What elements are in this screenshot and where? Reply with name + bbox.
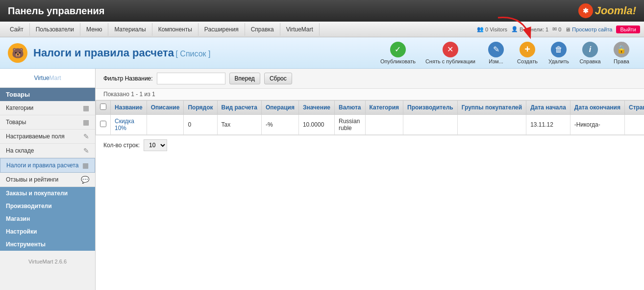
page-icon: 🐻 [8, 43, 27, 63]
content-info: Показано 1 - 1 из 1 [96, 89, 644, 100]
publish-icon: ✓ [390, 42, 406, 57]
col-order: Порядок [184, 101, 217, 115]
row-order: 0 [184, 115, 217, 135]
page-subtitle: [ Список ] [175, 50, 210, 58]
panel-icon: 👤 [511, 26, 518, 32]
rows-label: Кол-во строк: [103, 142, 140, 149]
unpublish-icon: ✕ [443, 42, 458, 57]
create-button[interactable]: + Создать [513, 40, 542, 66]
row-buyer-groups [457, 115, 526, 135]
col-value: Значение [298, 101, 334, 115]
help-icon: i [582, 42, 598, 57]
joomla-logo-icon: ✱ [578, 3, 593, 18]
row-select-checkbox[interactable] [100, 121, 106, 127]
sidebar-section-products: Товары [0, 88, 95, 101]
lock-icon: 🔒 [614, 42, 629, 57]
app-title: Панель управления [8, 5, 104, 17]
sidebar-group-orders[interactable]: Заказы и покупатели [0, 187, 95, 200]
row-date-end: -Никогда- [570, 115, 624, 135]
filter-bar: Фильтр Название: Вперед Сброс [96, 69, 644, 89]
page-header: 🐻 Налоги и правила расчета [ Список ] ✓ … [0, 37, 644, 69]
products-icon: ▦ [83, 118, 89, 126]
sidebar-item-products[interactable]: Товары ▦ [0, 115, 95, 130]
delete-icon: 🗑 [551, 42, 567, 57]
filter-forward-button[interactable]: Вперед [229, 73, 260, 84]
col-currency: Валюта [335, 101, 365, 115]
messages-icon: ✉ [552, 26, 557, 32]
joomla-logo: ✱ Joomla! [578, 3, 636, 18]
nav-item-materials[interactable]: Материалы [108, 23, 152, 36]
messages-count: ✉ 0 [552, 26, 561, 32]
select-all-checkbox[interactable] [100, 104, 106, 110]
content-area: Фильтр Название: Вперед Сброс Показано 1… [96, 69, 644, 290]
rows-per-page-select[interactable]: 10 20 50 [144, 139, 167, 151]
help-button[interactable]: i Справка [575, 40, 605, 66]
edit-button[interactable]: ✎ Изм... [481, 40, 511, 66]
sidebar-group-tools[interactable]: Инструменты [0, 238, 95, 251]
joomla-text: Joomla! [595, 4, 636, 17]
sidebar-group-manufacturers[interactable]: Производители [0, 200, 95, 212]
filter-reset-button[interactable]: Сброс [264, 73, 292, 84]
toolbar: ✓ Опубликовать ✕ Снять с публикации ✎ Из… [376, 40, 636, 66]
sidebar-item-stock[interactable]: На складе ✎ [0, 144, 95, 158]
row-name: Скидка 10% [111, 115, 147, 135]
nav-item-users[interactable]: Пользователи [30, 23, 80, 36]
sidebar-group-shop[interactable]: Магазин [0, 212, 95, 225]
logo-mart: Mart [50, 75, 61, 81]
row-value: 10.0000 [298, 115, 334, 135]
col-date-end: Дата окончания [570, 101, 624, 115]
taxes-icon: ▦ [82, 161, 89, 169]
visitors-icon: 👥 [477, 26, 484, 32]
sidebar-group-settings[interactable]: Настройки [0, 225, 95, 238]
nav-item-help[interactable]: Справка [245, 23, 280, 36]
nav-bar: Сайт Пользователи Меню Материалы Компоне… [0, 22, 644, 37]
page-title: Налоги и правила расчета [33, 47, 174, 59]
col-manufacturer: Производитель [403, 101, 458, 115]
panel-count: 👤 В панели: 1 [511, 26, 548, 32]
create-icon: + [520, 42, 535, 57]
nav-item-components[interactable]: Компоненты [152, 23, 198, 36]
main-layout: VirtueMart Товары Категории ▦ Товары ▦ Н… [0, 69, 644, 290]
row-countries [624, 115, 644, 135]
page-header-left: 🐻 Налоги и правила расчета [ Список ] [8, 43, 210, 63]
monitor-icon: 🖥 Просмотр сайта [565, 26, 612, 32]
custom-fields-icon: ✎ [83, 132, 89, 140]
nav-item-virtuemart[interactable]: VirtueMart [280, 23, 320, 36]
sidebar: VirtueMart Товары Категории ▦ Товары ▦ Н… [0, 69, 96, 290]
delete-button[interactable]: 🗑 Удалить [544, 40, 573, 66]
sidebar-item-categories[interactable]: Категории ▦ [0, 101, 95, 115]
row-currency: Russian ruble [335, 115, 365, 135]
row-operation: -% [261, 115, 298, 135]
col-checkbox [96, 101, 111, 115]
col-name: Название [111, 101, 147, 115]
row-checkbox [96, 115, 111, 135]
filter-input[interactable] [157, 73, 225, 84]
row-calc-type: Tax [217, 115, 261, 135]
nav-item-menu[interactable]: Меню [80, 23, 108, 36]
reviews-icon: 💬 [81, 176, 89, 184]
nav-item-extensions[interactable]: Расширения [198, 23, 245, 36]
col-buyer-groups: Группы покупателей [457, 101, 526, 115]
categories-icon: ▦ [83, 104, 89, 112]
row-category [365, 115, 403, 135]
col-date-start: Дата начала [526, 101, 570, 115]
nav-left: Сайт Пользователи Меню Материалы Компоне… [4, 23, 320, 36]
table-row: Скидка 10% 0 Tax -% 10.0000 Russian rubl… [96, 115, 644, 135]
unpublish-button[interactable]: ✕ Снять с публикации [421, 40, 479, 66]
publish-button[interactable]: ✓ Опубликовать [376, 40, 420, 66]
rights-button[interactable]: 🔒 Права [607, 40, 636, 66]
row-name-link[interactable]: Скидка 10% [115, 118, 134, 132]
top-header: Панель управления ✱ Joomla! [0, 0, 644, 22]
logo-virtue: Virtue [34, 75, 49, 81]
table-footer: Кол-во строк: 10 20 50 [96, 135, 644, 155]
sidebar-item-reviews[interactable]: Отзывы и рейтинги 💬 [0, 173, 95, 187]
row-date-start: 13.11.12 [526, 115, 570, 135]
col-calc-type: Вид расчета [217, 101, 261, 115]
nav-right: 👥 0 Visitors 👤 В панели: 1 ✉ 0 🖥 Просмот… [477, 26, 640, 33]
visitors-count: 👥 0 Visitors [477, 26, 507, 32]
stock-icon: ✎ [83, 147, 89, 155]
sidebar-item-custom-fields[interactable]: Настраиваемые поля ✎ [0, 130, 95, 144]
nav-item-site[interactable]: Сайт [4, 23, 30, 36]
sidebar-item-taxes[interactable]: Налоги и правила расчета ▦ [0, 158, 95, 173]
exit-button[interactable]: Выйти [616, 26, 640, 33]
